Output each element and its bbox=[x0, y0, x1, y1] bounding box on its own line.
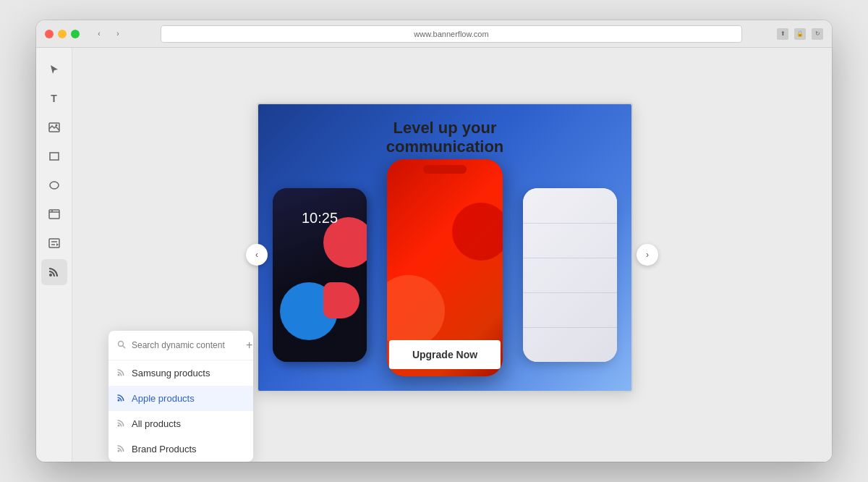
phone-center-blob1 bbox=[387, 275, 445, 347]
feed-icon-apple bbox=[117, 394, 126, 403]
lock-button[interactable]: 🔒 bbox=[794, 28, 806, 40]
banner-next-arrow[interactable]: › bbox=[637, 244, 658, 266]
item-samsung-label: Samsung products bbox=[132, 368, 210, 379]
dropdown-search-row: + bbox=[109, 331, 253, 360]
svg-point-15 bbox=[118, 425, 120, 427]
dynamic-tool[interactable] bbox=[41, 230, 67, 256]
feed-tool[interactable] bbox=[41, 259, 67, 285]
mac-window: ‹ › www.bannerflow.com ⬆ 🔒 ↻ T bbox=[36, 20, 832, 462]
phone-left-screen: 10:25 bbox=[273, 188, 367, 362]
banner: Level up yourcommunication 10:25 bbox=[257, 103, 633, 392]
banner-cta-button[interactable]: Upgrade Now bbox=[389, 340, 501, 369]
cta-label: Upgrade Now bbox=[412, 349, 477, 360]
svg-point-16 bbox=[118, 450, 120, 452]
minimize-button[interactable] bbox=[58, 30, 67, 38]
text-tool[interactable]: T bbox=[41, 85, 67, 111]
share-button[interactable]: ⬆ bbox=[777, 28, 788, 40]
banner-title: Level up yourcommunication bbox=[373, 119, 517, 157]
select-tool[interactable] bbox=[41, 56, 67, 83]
dropdown-item-samsung[interactable]: Samsung products bbox=[109, 360, 253, 386]
banner-wrapper: Level up yourcommunication 10:25 bbox=[257, 103, 647, 407]
image-tool[interactable] bbox=[41, 114, 67, 140]
window-controls-right: ⬆ 🔒 ↻ bbox=[777, 28, 823, 40]
back-button[interactable]: ‹ bbox=[91, 28, 107, 40]
left-toolbar: T bbox=[36, 48, 72, 462]
svg-point-13 bbox=[118, 374, 120, 376]
phone-right-decorations bbox=[523, 188, 617, 362]
title-bar: ‹ › www.bannerflow.com ⬆ 🔒 ↻ bbox=[36, 20, 832, 48]
svg-rect-7 bbox=[49, 239, 59, 248]
item-brand-label: Brand Products bbox=[132, 444, 197, 454]
phone-left: 10:25 bbox=[273, 188, 367, 362]
banner-prev-arrow[interactable]: ‹ bbox=[246, 244, 268, 266]
app-body: T bbox=[36, 48, 832, 462]
svg-point-1 bbox=[55, 124, 57, 127]
svg-point-3 bbox=[50, 182, 59, 189]
close-button[interactable] bbox=[45, 30, 54, 38]
media-tool[interactable] bbox=[41, 201, 67, 227]
phone-right bbox=[523, 188, 617, 362]
phone-center-blob2 bbox=[452, 203, 503, 261]
address-bar[interactable]: www.bannerflow.com bbox=[161, 25, 742, 43]
feed-icon-brand bbox=[117, 444, 126, 454]
ellipse-tool[interactable] bbox=[41, 172, 67, 198]
rectangle-tool[interactable] bbox=[41, 143, 67, 169]
blob-red-mid bbox=[323, 282, 359, 318]
svg-point-10 bbox=[49, 274, 52, 276]
add-icon: + bbox=[246, 339, 252, 352]
right-arrow-icon: › bbox=[646, 250, 649, 260]
main-content: Level up yourcommunication 10:25 bbox=[72, 48, 832, 462]
url-text: www.bannerflow.com bbox=[414, 30, 488, 38]
search-input[interactable] bbox=[132, 340, 240, 350]
dropdown-item-all[interactable]: All products bbox=[109, 411, 253, 436]
phone-time: 10:25 bbox=[302, 210, 338, 227]
add-feed-button[interactable]: + bbox=[246, 338, 252, 352]
phone-notch bbox=[423, 165, 467, 174]
feed-icon-samsung bbox=[117, 368, 126, 378]
banner-text-area: Level up yourcommunication bbox=[373, 119, 517, 157]
nav-buttons: ‹ › bbox=[91, 28, 126, 40]
traffic-lights bbox=[45, 30, 80, 38]
item-apple-label: Apple products bbox=[132, 393, 195, 404]
dropdown-item-apple[interactable]: Apple products bbox=[109, 386, 253, 411]
phone-right-screen bbox=[523, 188, 617, 362]
search-icon bbox=[117, 340, 126, 351]
svg-point-14 bbox=[118, 399, 120, 402]
refresh-button[interactable]: ↻ bbox=[812, 28, 823, 40]
dropdown-item-brand[interactable]: Brand Products bbox=[109, 436, 253, 462]
feed-icon-all bbox=[117, 419, 126, 428]
maximize-button[interactable] bbox=[71, 30, 80, 38]
left-arrow-icon: ‹ bbox=[255, 250, 258, 260]
forward-button[interactable]: › bbox=[110, 28, 126, 40]
svg-point-11 bbox=[119, 341, 124, 346]
svg-line-12 bbox=[123, 346, 125, 348]
item-all-label: All products bbox=[132, 418, 181, 429]
dynamic-content-dropdown: + Samsung products Apple products bbox=[109, 331, 253, 462]
svg-rect-4 bbox=[49, 210, 59, 219]
svg-rect-2 bbox=[50, 153, 59, 160]
